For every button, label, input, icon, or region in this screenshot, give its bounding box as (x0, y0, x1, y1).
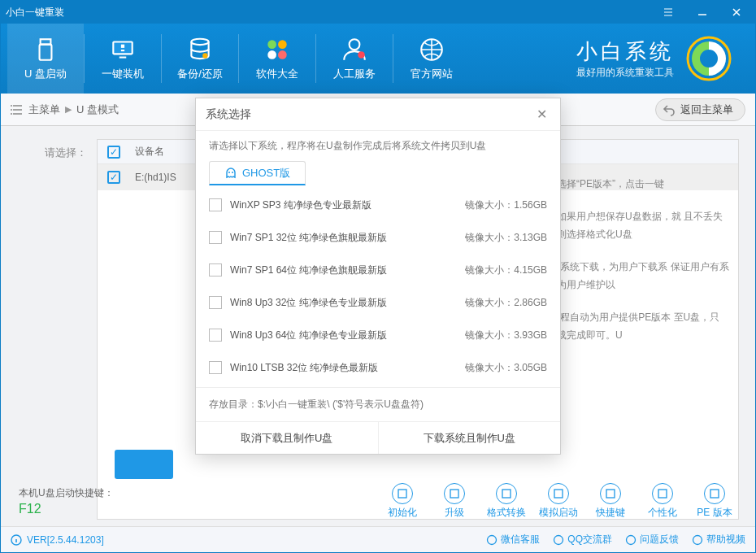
system-checkbox[interactable] (209, 361, 222, 374)
svg-point-32 (228, 172, 230, 173)
list-icon (11, 104, 24, 115)
nav-website[interactable]: 官方网站 (393, 24, 470, 94)
svg-rect-24 (606, 490, 615, 498)
action-label: PE 版本 (697, 506, 732, 520)
status-link-qq[interactable]: QQ交流群 (553, 533, 612, 546)
menu-button[interactable] (654, 3, 682, 21)
action-upgrade[interactable]: 升级 (432, 483, 477, 520)
disks-icon (186, 36, 214, 63)
hotkey-block: 本机U盘启动快捷键： F12 (19, 486, 114, 516)
minimize-button[interactable] (689, 3, 716, 21)
usb-icon (32, 36, 59, 63)
action-label: 升级 (445, 506, 464, 520)
status-link-feedback[interactable]: 问题反馈 (625, 533, 679, 546)
tab-ghost[interactable]: GHOST版 (209, 161, 306, 185)
svg-point-31 (693, 535, 702, 544)
select-all-checkbox[interactable] (107, 146, 120, 159)
brand-subtitle: 最好用的系统重装工具 (576, 66, 674, 80)
link-label: 微信客服 (501, 533, 540, 546)
system-name: Win7 SP1 64位 纯净绿色旗舰最新版 (230, 263, 465, 277)
action-label: 快捷键 (596, 506, 625, 520)
qq-icon (553, 534, 564, 546)
init-icon (392, 483, 413, 504)
action-simulate[interactable]: 模拟启动 (536, 483, 581, 520)
nav-label: U 盘启动 (24, 67, 67, 81)
simulate-icon (548, 483, 569, 504)
download-and-make-button[interactable]: 下载系统且制作U盘 (379, 422, 561, 454)
modal-info-text: 请选择以下系统，程序将在U盘制作完成后将系统文件拷贝到U盘 (196, 131, 560, 161)
svg-rect-4 (119, 57, 127, 59)
action-label: 模拟启动 (539, 506, 578, 520)
svg-rect-6 (121, 50, 124, 51)
system-select-modal: 系统选择 ✕ 请选择以下系统，程序将在U盘制作完成后将系统文件拷贝到U盘 GHO… (195, 98, 561, 455)
system-checkbox[interactable] (209, 329, 222, 342)
undo-icon (663, 103, 676, 116)
system-checkbox[interactable] (209, 231, 222, 244)
row-checkbox[interactable] (107, 171, 120, 184)
system-option[interactable]: Win8 Up3 32位 纯净绿色专业最新版镜像大小：2.86GB (196, 286, 560, 319)
version-label[interactable]: VER[2.5.44.1203] (27, 534, 104, 546)
svg-rect-5 (121, 45, 124, 48)
modal-title: 系统选择 (206, 107, 251, 122)
tab-label: GHOST版 (242, 166, 290, 181)
back-to-main-button[interactable]: 返回主菜单 (655, 98, 745, 121)
system-option[interactable]: WinXP SP3 纯净绿色专业最新版镜像大小：1.56GB (196, 189, 560, 221)
system-option[interactable]: Win8 Up3 64位 纯净绿色专业最新版镜像大小：3.93GB (196, 319, 560, 351)
system-size: 镜像大小：1.56GB (465, 198, 547, 212)
nav-u-boot[interactable]: U 盘启动 (7, 24, 84, 94)
wechat-icon (486, 534, 497, 546)
status-link-wechat[interactable]: 微信客服 (486, 533, 540, 546)
svg-point-28 (488, 535, 497, 544)
system-checkbox[interactable] (209, 296, 222, 309)
action-hotkey[interactable]: 快捷键 (588, 483, 633, 520)
primary-action-button[interactable] (115, 450, 173, 479)
statusbar: VER[2.5.44.1203] 微信客服QQ交流群问题反馈帮助视频 (1, 526, 755, 552)
system-option[interactable]: Win10 LTSB 32位 纯净绿色最新版镜像大小：3.05GB (196, 351, 560, 384)
hotkey-label: 本机U盘启动快捷键： (19, 486, 114, 500)
system-checkbox[interactable] (209, 263, 222, 276)
system-option[interactable]: Win7 SP1 32位 纯净绿色旗舰最新版镜像大小：3.13GB (196, 221, 560, 254)
cancel-download-button[interactable]: 取消下载且制作U盘 (196, 422, 379, 454)
system-option[interactable]: Win7 SP1 64位 纯净绿色旗舰最新版镜像大小：4.15GB (196, 254, 560, 286)
action-personal[interactable]: 个性化 (640, 483, 685, 520)
svg-point-7 (191, 39, 208, 45)
system-size: 镜像大小：4.15GB (465, 263, 547, 277)
nav-service[interactable]: 人工服务 (316, 24, 393, 94)
action-pe[interactable]: PE 版本 (692, 483, 737, 520)
nav-backup[interactable]: 备份/还原 (162, 24, 238, 94)
link-label: QQ交流群 (567, 533, 612, 546)
svg-point-17 (11, 105, 12, 107)
apps-icon (263, 36, 291, 63)
personal-icon (652, 483, 673, 504)
link-label: 问题反馈 (640, 533, 679, 546)
action-init[interactable]: 初始化 (380, 483, 425, 520)
nav-onekey[interactable]: 一键装机 (85, 24, 161, 94)
system-name: WinXP SP3 纯净绿色专业最新版 (230, 198, 465, 212)
hotkey-icon (600, 483, 621, 504)
svg-rect-20 (398, 490, 406, 498)
nav-label: 软件大全 (256, 67, 298, 81)
ghost-icon (224, 167, 237, 180)
system-checkbox[interactable] (209, 198, 222, 211)
action-label: 格式转换 (487, 506, 526, 520)
breadcrumb-current: U 盘模式 (76, 102, 119, 117)
format-icon (496, 483, 517, 504)
close-button[interactable] (723, 3, 750, 21)
brand-title: 小白系统 (576, 37, 674, 66)
globe-icon (418, 36, 445, 63)
nav-software[interactable]: 软件大全 (239, 24, 315, 94)
action-label: 个性化 (648, 506, 677, 520)
svg-point-8 (202, 53, 207, 58)
help-icon (692, 534, 703, 546)
modal-close-button[interactable]: ✕ (532, 106, 550, 124)
window-title: 小白一键重装 (6, 6, 654, 20)
system-name: Win8 Up3 64位 纯净绿色专业最新版 (230, 329, 465, 342)
system-size: 镜像大小：3.93GB (465, 329, 547, 342)
svg-point-33 (232, 172, 233, 173)
nav-label: 一键装机 (102, 67, 144, 81)
system-size: 镜像大小：3.05GB (465, 361, 547, 375)
status-link-help[interactable]: 帮助视频 (692, 533, 745, 546)
action-format[interactable]: 格式转换 (484, 483, 529, 520)
breadcrumb-root[interactable]: 主菜单 (28, 102, 60, 117)
nav-label: 官方网站 (411, 67, 453, 81)
